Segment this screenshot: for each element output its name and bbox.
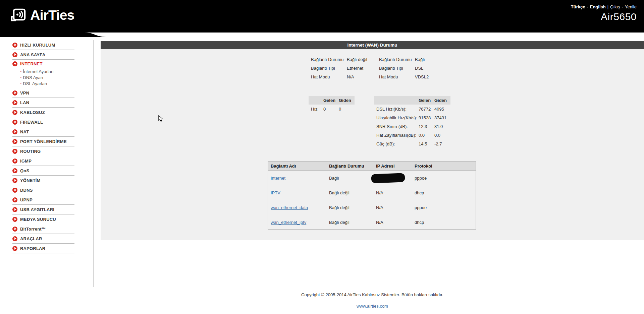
sidebar-item-bittorrent[interactable]: BitTorrent™ — [12, 224, 74, 234]
refresh-link[interactable]: Yenile — [625, 4, 637, 9]
table-row: IPTV Bağlı değil N/A dhcp — [268, 185, 476, 200]
sidebar-item-raporlar[interactable]: RAPORLAR — [12, 244, 74, 253]
giden-value: 0.0 — [434, 133, 450, 138]
column-header-ip: IP Adresi — [376, 164, 415, 169]
airties-logo-icon — [11, 8, 27, 23]
giden-value: 31.0 — [434, 124, 450, 129]
footer-link-wrap: www.airties.com — [101, 304, 644, 309]
sidebar-item-routing[interactable]: ROUTING — [12, 146, 74, 156]
arrow-right-circle-icon — [12, 43, 17, 48]
sidebar-item-vpn[interactable]: VPN — [12, 88, 74, 98]
dsl-table-row: SNR Sınırı (dB): 12.3 31.0 — [374, 122, 450, 131]
separator: - — [587, 4, 588, 9]
sidebar-item-upnp[interactable]: UPNP — [12, 195, 74, 205]
header-curve-shape — [0, 33, 107, 37]
sidebar-item-firewall[interactable]: FIREWALL — [12, 117, 74, 127]
arrow-right-circle-icon — [12, 217, 17, 222]
sidebar-item-lan[interactable]: LAN — [12, 98, 74, 108]
submenu-item-dsl-ayarlari[interactable]: -DSL Ayarları — [20, 80, 74, 86]
sidebar-item-usb-aygitlari[interactable]: USB AYGITLARI — [12, 205, 74, 214]
sidebar-item-kablosuz[interactable]: KABLOSUZ — [12, 108, 74, 117]
sidebar-item-port-yonlendirme[interactable]: PORT YÖNLENDİRME — [12, 137, 74, 146]
column-header-giden: Giden — [434, 98, 450, 103]
gelen-value: 91528 — [419, 115, 434, 120]
arrow-right-circle-icon — [12, 159, 17, 164]
giden-value: 4095 — [434, 107, 450, 112]
sidebar-item-ana-sayfa[interactable]: ANA SAYFA — [12, 50, 74, 60]
connection-protocol: pppoe — [415, 205, 476, 210]
connection-link-internet[interactable]: Internet — [271, 176, 285, 181]
sidebar-item-ddns[interactable]: DDNS — [12, 185, 74, 195]
gelen-value: 0.0 — [419, 133, 434, 138]
arrow-right-circle-icon — [12, 227, 17, 232]
row-label: DSL Hızı(Kb/s): — [376, 107, 419, 112]
status-label: Bağlantı Durumu — [379, 55, 415, 64]
column-header-status: Bağlantı Durumu — [329, 164, 376, 169]
logout-link[interactable]: Çıkış — [610, 4, 620, 9]
redacted-ip-blob — [371, 173, 405, 183]
arrow-right-circle-icon — [12, 246, 17, 251]
connection-link-wan-ethernet-iptv[interactable]: wan_ethernet_iptv — [271, 220, 306, 225]
connection-ip: N/A — [376, 190, 415, 195]
sidebar-item-yonetim[interactable]: YÖNETİM — [12, 176, 74, 185]
connection-link-iptv[interactable]: IPTV — [271, 190, 280, 195]
connections-table: Bağlantı Adı Bağlantı Durumu IP Adresi P… — [268, 161, 476, 230]
sidebar-item-igmp[interactable]: IGMP — [12, 156, 74, 166]
sidebar-item-internet[interactable]: İNTERNET -İnternet Ayarları -DNS Ayarı -… — [12, 60, 74, 88]
copyright-text: Copyright © 2005-2014 AirTies Kablosuz S… — [101, 292, 644, 297]
gelen-value: 12.3 — [419, 124, 434, 129]
status-value: Ethernet — [347, 64, 367, 73]
sidebar-item-medya-sunucu[interactable]: MEDYA SUNUCU — [12, 214, 74, 224]
table-row: Internet Bağlı pppoe — [268, 171, 476, 185]
gelen-value: 76772 — [419, 107, 434, 112]
status-value: DSL — [415, 64, 429, 73]
arrow-right-circle-icon — [12, 110, 17, 115]
sidebar-item-nat[interactable]: NAT — [12, 127, 74, 137]
mouse-cursor — [158, 115, 164, 122]
sidebar-item-qos[interactable]: QoS — [12, 166, 74, 176]
status-value: Bağlı — [415, 55, 429, 64]
dsl-table-row: DSL Hızı(Kb/s): 76772 4095 — [374, 105, 450, 113]
connections-table-header: Bağlantı Adı Bağlantı Durumu IP Adresi P… — [268, 162, 476, 171]
language-link-turkish[interactable]: Türkçe — [571, 4, 585, 9]
connection-protocol: dhcp — [415, 190, 476, 195]
top-header: AirTies Türkçe-English|Çıkış-Yenile Air5… — [0, 0, 644, 33]
table-row: wan_ethernet_data Bağlı değil N/A pppoe — [268, 200, 476, 215]
submenu-item-internet-ayarlari[interactable]: -İnternet Ayarları — [20, 68, 74, 74]
column-header-gelen: Gelen — [419, 98, 434, 103]
sidebar-item-araclar[interactable]: ARAÇLAR — [12, 234, 74, 244]
router-admin-page: AirTies Türkçe-English|Çıkış-Yenile Air5… — [0, 0, 644, 314]
arrow-right-circle-icon — [12, 100, 17, 105]
sidebar-item-hizli-kurulum[interactable]: HIZLI KURULUM — [12, 40, 74, 50]
airties-website-link[interactable]: www.airties.com — [357, 304, 388, 309]
arrow-right-circle-icon — [12, 90, 17, 96]
dsl-table-row: Hat Zayıflaması(dB): 0.0 0.0 — [374, 131, 450, 139]
connection-link-wan-ethernet-data[interactable]: wan_ethernet_data — [271, 205, 308, 210]
submenu-item-dns-ayari[interactable]: -DNS Ayarı — [20, 74, 74, 80]
arrow-right-circle-icon — [12, 178, 17, 183]
connection-status: Bağlı değil — [329, 205, 376, 210]
dsl-table-row: Güç (dB): 14.5 -2.7 — [374, 139, 450, 148]
connection-protocol: pppoe — [415, 176, 476, 181]
sidebar-item-internet-row[interactable]: İNTERNET — [12, 60, 74, 68]
wan-status-ethernet: Bağlantı DurumuBağlı değil Bağlantı Tipi… — [311, 55, 367, 81]
traffic-speed-table: Gelen Giden Hız 0 0 — [309, 96, 355, 113]
header-links: Türkçe-English|Çıkış-Yenile — [571, 4, 637, 9]
giden-value: 37431 — [434, 115, 450, 120]
row-label: SNR Sınırı (dB): — [376, 124, 419, 129]
connection-status: Bağlı değil — [329, 190, 376, 195]
arrow-right-circle-icon — [12, 197, 17, 202]
row-label: Hız — [311, 107, 323, 112]
status-value: N/A — [347, 73, 367, 81]
arrow-down-circle-icon — [12, 61, 17, 66]
sidebar-divider — [93, 40, 94, 287]
dsl-table-header: Gelen Giden — [374, 96, 450, 105]
giden-value: 0 — [339, 107, 355, 112]
language-link-english[interactable]: English — [590, 4, 606, 9]
device-model: Air5650 — [601, 11, 637, 22]
sidebar-nav: HIZLI KURULUM ANA SAYFA İNTERNET -İntern… — [12, 40, 74, 253]
arrow-right-circle-icon — [12, 120, 17, 125]
arrow-right-circle-icon — [12, 149, 17, 154]
row-label: Güç (dB): — [376, 141, 419, 146]
separator: | — [607, 4, 608, 9]
